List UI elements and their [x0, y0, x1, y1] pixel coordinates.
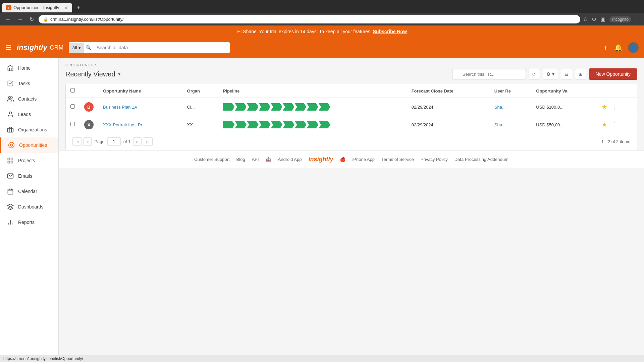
- footer: Customer Support Blog API 🤖 Android App …: [59, 150, 644, 168]
- first-page-button[interactable]: |◂: [72, 137, 82, 146]
- back-button[interactable]: ←: [3, 16, 13, 23]
- row-checkbox[interactable]: [70, 104, 75, 109]
- search-dropdown-button[interactable]: All ▾: [69, 43, 84, 53]
- footer-privacy[interactable]: Privacy Policy: [421, 157, 448, 162]
- app-body: Home Tasks Contacts Leads Organizations: [0, 58, 644, 362]
- layout-icon[interactable]: ▣: [600, 16, 605, 22]
- sidebar-item-reports[interactable]: Reports: [0, 215, 58, 230]
- svg-rect-6: [11, 158, 13, 160]
- gear-icon: ⚙: [546, 71, 551, 77]
- svg-rect-2: [8, 128, 13, 132]
- svg-point-4: [10, 144, 13, 146]
- more-menu-button[interactable]: ⋮: [611, 121, 617, 128]
- col-header-org[interactable]: Organ: [182, 84, 218, 98]
- sidebar-home-label: Home: [18, 65, 31, 71]
- row-close-date: 02/29/2024: [407, 98, 490, 116]
- next-page-button[interactable]: ▸: [133, 137, 142, 146]
- row-org: XX...: [182, 116, 218, 134]
- notifications-icon[interactable]: 🔔: [614, 44, 623, 52]
- table-row: B Business Plan 1A Cl... 02/29/2024 Sha.…: [66, 98, 637, 116]
- row-user-link[interactable]: Sha...: [494, 122, 506, 127]
- tab-favicon: I: [6, 5, 11, 10]
- hamburger-button[interactable]: ☰: [5, 44, 11, 52]
- app-name: CRM: [50, 44, 63, 51]
- active-tab[interactable]: I Opportunities - Insightly ✕: [2, 3, 72, 12]
- subscribe-link[interactable]: Subscribe Now: [373, 29, 407, 34]
- row-close-date: 02/29/2024: [407, 116, 490, 134]
- search-list-input[interactable]: [452, 69, 526, 79]
- list-actions: 🔍 ⟳ ⚙ ▾ ⊟ ⊞ New O: [452, 68, 637, 80]
- sidebar-item-tasks[interactable]: Tasks: [0, 76, 58, 91]
- new-tab-button[interactable]: +: [73, 2, 84, 13]
- menu-icon[interactable]: ⋮: [635, 16, 641, 22]
- global-search-bar[interactable]: All ▾ 🔍: [69, 42, 230, 53]
- more-menu-button[interactable]: ⋮: [611, 104, 617, 110]
- svg-rect-9: [8, 189, 13, 194]
- sidebar-emails-label: Emails: [18, 173, 32, 179]
- nav-bar: ← → ↻ 🔒 crm.na1.insightly.com/list/Oppor…: [0, 13, 644, 25]
- footer-api[interactable]: API: [252, 157, 259, 162]
- footer-android-app[interactable]: Android App: [278, 157, 302, 162]
- sidebar-item-emails[interactable]: Emails: [0, 168, 58, 184]
- footer-terms[interactable]: Terms of Service: [381, 157, 414, 162]
- col-header-close-date[interactable]: Forecast Close Date: [407, 84, 490, 98]
- bookmark-icon[interactable]: ☆: [583, 16, 588, 22]
- sidebar-leads-label: Leads: [18, 112, 31, 117]
- list-title-dropdown[interactable]: ▾: [118, 71, 120, 77]
- footer-data-processing[interactable]: Data Processing Addendum: [454, 157, 508, 162]
- address-bar[interactable]: 🔒 crm.na1.insightly.com/list/Opportunity…: [39, 15, 580, 23]
- forward-button[interactable]: →: [15, 16, 25, 23]
- star-button[interactable]: ★: [602, 104, 607, 110]
- tab-close-button[interactable]: ✕: [64, 5, 68, 10]
- logo-area: insightly CRM: [17, 43, 63, 52]
- sidebar-item-projects[interactable]: Projects: [0, 153, 58, 168]
- footer-iphone-app[interactable]: iPhone App: [352, 157, 375, 162]
- sidebar-organizations-label: Organizations: [18, 127, 47, 132]
- footer-customer-support[interactable]: Customer Support: [194, 157, 230, 162]
- sidebar-item-organizations[interactable]: Organizations: [0, 122, 58, 137]
- select-all-checkbox[interactable]: [70, 88, 75, 93]
- organizations-icon: [7, 126, 14, 133]
- add-icon[interactable]: ＋: [602, 43, 609, 52]
- sidebar-item-leads[interactable]: Leads: [0, 107, 58, 122]
- sidebar-item-opportunities[interactable]: Opportunities: [0, 137, 58, 153]
- app-header: ☰ insightly CRM All ▾ 🔍 ＋ 🔔 👤: [0, 38, 644, 58]
- pipeline-bar: [223, 121, 330, 128]
- new-opportunity-button[interactable]: New Opportunity: [589, 68, 637, 80]
- col-header-value[interactable]: Opportunity Va: [531, 84, 597, 98]
- page-input[interactable]: [107, 137, 121, 146]
- star-button[interactable]: ★: [602, 121, 607, 128]
- col-header-pipeline[interactable]: Pipeline: [218, 84, 407, 98]
- col-header-name[interactable]: Opportunity Name: [98, 84, 182, 98]
- filter-button[interactable]: ⊟: [561, 69, 572, 79]
- col-header-actions: [597, 84, 637, 98]
- sidebar-dashboards-label: Dashboards: [18, 204, 44, 209]
- sidebar-reports-label: Reports: [18, 220, 35, 225]
- opportunity-name-link[interactable]: Business Plan 1A: [103, 105, 137, 110]
- tasks-icon: [7, 80, 14, 87]
- opportunity-name-link[interactable]: XXX Portrait Inc.- Pr...: [103, 122, 146, 127]
- search-input[interactable]: [93, 42, 230, 53]
- sidebar-calendar-label: Calendar: [18, 189, 37, 194]
- reload-button[interactable]: ↻: [28, 15, 36, 23]
- extension-icon[interactable]: ⚙: [592, 16, 596, 22]
- row-user-link[interactable]: Sha...: [494, 105, 506, 110]
- prev-page-button[interactable]: ◂: [83, 137, 92, 146]
- footer-blog[interactable]: Blog: [236, 157, 245, 162]
- sidebar: Home Tasks Contacts Leads Organizations: [0, 58, 59, 362]
- sidebar-item-calendar[interactable]: Calendar: [0, 184, 58, 199]
- settings-dropdown-arrow: ▾: [552, 71, 554, 77]
- columns-button[interactable]: ⊞: [575, 69, 586, 79]
- row-checkbox[interactable]: [70, 122, 75, 126]
- sidebar-item-dashboards[interactable]: Dashboards: [0, 199, 58, 215]
- sidebar-item-home[interactable]: Home: [0, 60, 58, 76]
- svg-rect-5: [8, 158, 10, 160]
- col-header-user[interactable]: User Re: [490, 84, 532, 98]
- page-count: 1 - 2 of 2 items: [601, 139, 630, 144]
- last-page-button[interactable]: ▸|: [143, 137, 152, 146]
- sidebar-item-contacts[interactable]: Contacts: [0, 91, 58, 107]
- svg-point-3: [9, 142, 14, 148]
- settings-button[interactable]: ⚙ ▾: [543, 69, 558, 79]
- avatar[interactable]: 👤: [628, 42, 639, 53]
- refresh-button[interactable]: ⟳: [529, 69, 540, 79]
